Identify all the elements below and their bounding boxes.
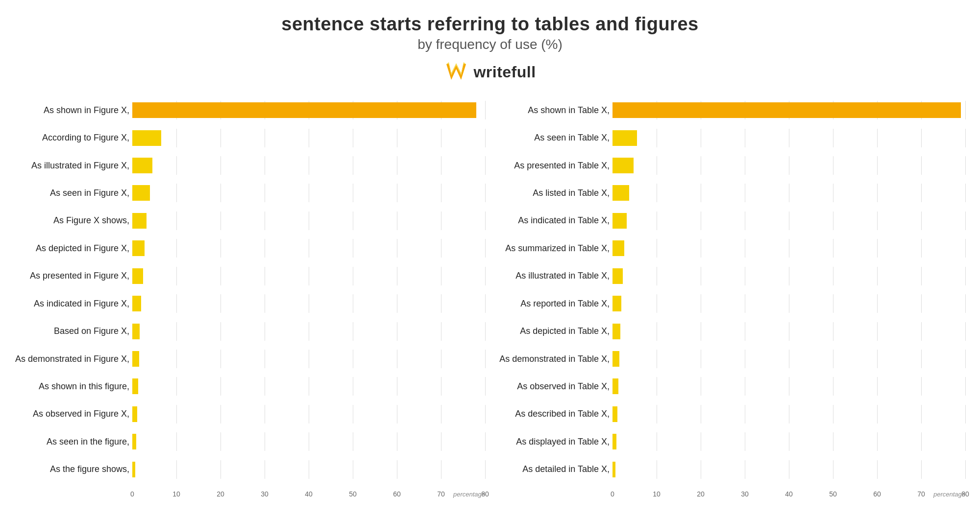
tick-line (745, 156, 745, 175)
x-tick-50: 50 (829, 490, 837, 498)
tick-line (877, 405, 878, 424)
tick-line (485, 156, 486, 175)
tick-line (309, 267, 309, 285)
bar-wrapper-6 (612, 267, 965, 285)
tick-line (965, 212, 966, 230)
tick-line (309, 322, 309, 341)
bar-wrapper-6 (132, 267, 485, 285)
bar-row-13: As detailed in Table X, (495, 458, 965, 481)
bar-8 (612, 324, 620, 339)
tick-line (309, 377, 309, 396)
bar-7 (132, 296, 141, 311)
tick-line (220, 267, 221, 285)
tick-line (265, 156, 265, 175)
tick-line (397, 377, 397, 396)
tick-line (833, 294, 833, 313)
bar-9 (612, 351, 619, 367)
bar-wrapper-13 (132, 460, 485, 479)
bar-13 (612, 462, 615, 477)
bar-label-10: As observed in Table X, (495, 381, 612, 392)
tick-line (657, 156, 657, 175)
tick-line (485, 239, 486, 258)
percentage-label: percentage (453, 491, 485, 498)
bar-1 (612, 130, 637, 146)
tick-line (485, 405, 486, 424)
bar-wrapper-12 (612, 432, 965, 451)
bar-label-3: As seen in Figure X, (15, 188, 132, 198)
logo-row: writefull (444, 61, 536, 83)
tick-line (965, 101, 966, 119)
tick-line (441, 184, 441, 202)
bar-1 (132, 130, 161, 146)
tick-line (701, 377, 701, 396)
bar-wrapper-2 (132, 156, 485, 175)
tick-line (485, 101, 486, 119)
tick-line (485, 294, 486, 313)
tick-line (176, 322, 177, 341)
bar-2 (612, 158, 634, 173)
tick-line (877, 294, 878, 313)
tick-line (220, 212, 221, 230)
tick-line (833, 322, 833, 341)
x-tick-0: 0 (611, 490, 614, 498)
tick-line (265, 460, 265, 479)
x-tick-0: 0 (130, 490, 134, 498)
tick-line (701, 460, 701, 479)
tick-line (353, 460, 353, 479)
tick-line (789, 405, 789, 424)
bar-row-9: As demonstrated in Table X, (495, 347, 965, 371)
bar-label-8: As depicted in Table X, (495, 326, 612, 336)
tick-line (789, 322, 789, 341)
bar-12 (132, 434, 136, 449)
tick-line (921, 184, 922, 202)
tick-line (833, 129, 833, 147)
tick-line (965, 377, 966, 396)
bar-wrapper-8 (132, 322, 485, 341)
tick-line (353, 239, 353, 258)
tick-line (965, 322, 966, 341)
tick-line (176, 184, 177, 202)
tick-line (397, 460, 397, 479)
x-tick-60: 60 (393, 490, 401, 498)
bar-row-5: As depicted in Figure X, (15, 236, 485, 260)
bar-label-0: As shown in Figure X, (15, 105, 132, 116)
tick-line (745, 294, 745, 313)
tick-line (921, 405, 922, 424)
tick-line (441, 405, 441, 424)
bar-wrapper-4 (132, 212, 485, 230)
bar-label-5: As depicted in Figure X, (15, 243, 132, 254)
bar-row-11: As described in Table X, (495, 402, 965, 426)
bar-label-9: As demonstrated in Figure X, (15, 354, 132, 364)
bar-5 (132, 240, 145, 256)
tick-line (441, 267, 441, 285)
tick-line (265, 322, 265, 341)
tick-line (745, 377, 745, 396)
tick-line (441, 322, 441, 341)
tick-line (921, 294, 922, 313)
tick-line (397, 405, 397, 424)
bar-label-1: As seen in Table X, (495, 133, 612, 143)
tick-line (701, 184, 701, 202)
tick-line (877, 432, 878, 451)
x-tick-20: 20 (217, 490, 224, 498)
tick-line (220, 129, 221, 147)
tick-line (657, 129, 657, 147)
tick-line (353, 212, 353, 230)
bar-12 (612, 434, 616, 449)
tick-line (353, 432, 353, 451)
tick-line (877, 267, 878, 285)
page: sentence starts referring to tables and … (0, 0, 980, 518)
tick-line (789, 432, 789, 451)
bar-4 (612, 213, 627, 229)
x-tick-70: 70 (437, 490, 445, 498)
tick-line (397, 350, 397, 368)
tick-line (657, 212, 657, 230)
logo-text: writefull (473, 63, 536, 81)
bar-label-1: According to Figure X, (15, 133, 132, 143)
tick-line (397, 267, 397, 285)
bar-row-9: As demonstrated in Figure X, (15, 347, 485, 371)
x-tick-60: 60 (873, 490, 881, 498)
tick-line (353, 156, 353, 175)
tick-line (309, 212, 309, 230)
tick-line (701, 239, 701, 258)
